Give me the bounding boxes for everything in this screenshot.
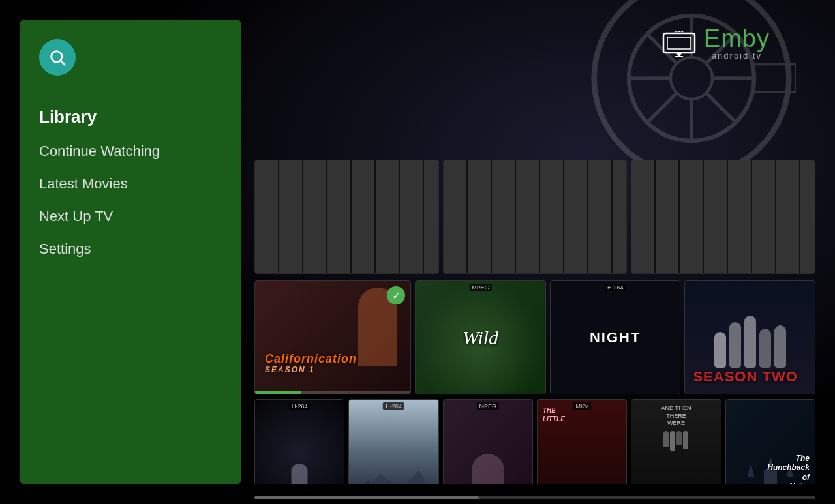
card-and-then-there-were[interactable]: AND THENTHEREWERE [631,399,721,484]
middle-cards-row: Californication SEASON 1 ✓ MPEG Wild H-2… [254,280,815,394]
top-poster-strip [254,160,815,274]
sidebar-item-library[interactable]: Library [39,102,222,132]
card-wild[interactable]: MPEG Wild [415,280,546,394]
emby-name-text: Emby [704,26,770,51]
wild-format-badge: MPEG [469,284,492,291]
search-button[interactable] [39,39,76,76]
scrollbar-thumb[interactable] [254,496,479,499]
poster-8[interactable] [424,160,439,273]
nav-menu: Library Continue Watching Latest Movies … [20,102,241,263]
mountain-format-badge: H-264 [383,402,404,410]
people-silhouettes [685,309,815,368]
japanese-format-badge: MPEG [477,402,500,410]
little-flower-title: THELITTLE [543,406,565,423]
sidebar: Library Continue Watching Latest Movies … [20,20,241,484]
svg-rect-15 [663,33,695,53]
poster-26[interactable] [776,160,799,273]
poster-2[interactable] [279,160,302,273]
card-night[interactable]: H-264 NIGHT [550,280,681,394]
poster-7[interactable] [400,160,423,273]
card-little-flower[interactable]: MKV THELITTLE [537,399,627,484]
svg-marker-22 [748,464,754,477]
poster-11[interactable] [444,160,466,273]
night-title: NIGHT [590,329,641,346]
californication-title: Californication SEASON 1 [265,353,357,374]
hunchback-title-text: TheHunchbackofNotreDame [767,454,810,484]
app-logo: Emby android tv [662,26,770,61]
sidebar-item-continue-watching[interactable]: Continue Watching [39,138,222,165]
card-hunchback[interactable]: TheHunchbackofNotreDame [725,399,815,484]
scrollbar-track[interactable] [254,496,815,499]
card-californication[interactable]: Californication SEASON 1 ✓ [254,280,411,394]
card-interstellar[interactable]: H-264 [254,399,344,484]
poster-25[interactable] [752,160,775,273]
progress-bar [255,391,410,394]
poster-12[interactable] [468,160,491,273]
progress-bar-fill [255,391,301,394]
poster-16[interactable] [564,160,587,273]
sidebar-item-next-up-tv[interactable]: Next Up TV [39,203,222,230]
poster-14[interactable] [516,160,539,273]
poster-23[interactable] [704,160,727,273]
poster-18[interactable] [613,160,628,273]
poster-6[interactable] [376,160,399,273]
svg-rect-16 [667,37,691,49]
poster-22[interactable] [680,160,703,273]
poster-3[interactable] [303,160,326,273]
interstellar-format-badge: H-264 [289,402,311,410]
bottom-cards-row: H-264 H-264 MPEG MKV THELITTLE [254,399,815,484]
sidebar-item-latest-movies[interactable]: Latest Movies [39,170,222,198]
poster-24[interactable] [728,160,751,273]
svg-point-13 [52,52,62,62]
poster-group-3[interactable] [631,160,815,274]
season-two-title: SEASON TWO [693,370,807,384]
poster-4[interactable] [327,160,350,273]
poster-13[interactable] [492,160,515,273]
wild-title: Wild [463,327,498,349]
search-icon [48,48,67,67]
and-then-title-text: AND THENTHEREWERE [661,405,691,428]
card-japanese-film[interactable]: MPEG [443,399,533,484]
poster-27[interactable] [800,160,815,273]
poster-group-1[interactable] [254,160,439,274]
card-season-two[interactable]: SEASON TWO [684,280,815,394]
card-mountain[interactable]: H-264 [348,399,438,484]
night-format-badge: H-264 [605,284,626,291]
svg-marker-18 [349,470,438,484]
emby-subtitle-text: android tv [704,51,770,61]
sidebar-item-settings[interactable]: Settings [39,235,222,263]
poster-15[interactable] [540,160,563,273]
svg-line-14 [61,61,65,65]
watched-badge: ✓ [387,286,405,304]
poster-21[interactable] [656,160,678,273]
main-content: Californication SEASON 1 ✓ MPEG Wild H-2… [254,20,815,484]
poster-20[interactable] [631,160,654,273]
poster-17[interactable] [588,160,611,273]
emby-logo-icon [662,31,696,57]
flower-format-badge: MKV [573,402,591,410]
emby-logo-text: Emby android tv [704,26,770,61]
poster-1[interactable] [255,160,278,273]
poster-5[interactable] [352,160,374,273]
poster-group-2[interactable] [443,160,628,274]
poster-groups [254,160,815,274]
